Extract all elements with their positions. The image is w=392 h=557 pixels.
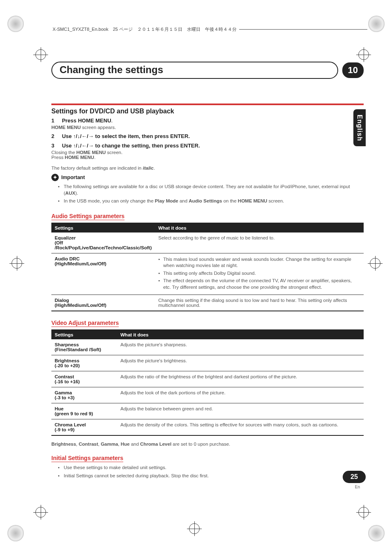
step-3-sub: Closing the HOME MENU screen. [51,150,364,155]
print-mark-cross [12,258,22,269]
initial-settings-list: Use these settings to make detailed unit… [51,465,364,479]
list-item: The following settings are available for… [60,184,364,196]
list-item: Use these settings to make detailed unit… [60,465,364,471]
table-row: Hue(green 9 to red 9) Adjusts the balanc… [51,403,364,419]
header-filename: X-SMC1_SYXZT8_En.book 25 ページ ２０１１年６月１５日 … [50,26,239,32]
list-item: In the USB mode, you can only change the… [60,198,364,205]
video-footnote: Brightness, Contrast, Gamma, Hue and Chr… [51,442,364,447]
page-number: 25 [350,474,358,480]
video-adjust-table: Settings What it does Sharpness(Fine/Sta… [51,329,364,436]
chapter-number: 10 [342,62,364,78]
page-number-badge: 25 [343,471,366,483]
audio-settings-table: Settings What it does Equalizer (Off /Ro… [51,223,364,312]
section-title: Settings for DVD/CD and USB playback [51,107,364,115]
factory-default-note: The factory default settings are indicat… [51,166,364,170]
section-divider [51,104,364,105]
table-desc: Adjusts the balance between green and re… [117,403,364,419]
table-header-settings: Settings [51,330,117,339]
important-label: Important [61,175,85,180]
table-row: Dialog (High/Medium/Low/Off) Change this… [51,295,364,311]
print-mark-corner [368,16,385,32]
table-row: Contrast(-16 to +16) Adjusts the ratio o… [51,371,364,387]
table-row: Gamma(-3 to +3) Adjusts the look of the … [51,387,364,403]
table-desc: Adjusts the look of the dark portions of… [117,387,364,403]
table-desc: Adjusts the density of the colors. This … [117,419,364,436]
print-mark-cross [189,523,200,534]
table-header-settings: Settings [51,223,155,232]
table-header-desc: What it does [155,223,364,232]
table-row: Equalizer (Off /Rock/Pop/Live/Dance/Tech… [51,232,364,253]
page-language-code: En [355,485,360,489]
table-row: Sharpness(Fine/Standard /Soft) Adjusts t… [51,339,364,355]
print-mark-corner [7,525,24,541]
print-mark-cross [358,49,369,60]
table-header-desc: What it does [117,330,364,339]
table-row: Audio DRC (High/Medium/Low/Off) This mak… [51,253,364,295]
video-adjust-heading: Video Adjust parameters [51,320,119,327]
print-mark-cross [35,507,46,518]
table-desc: Adjusts the picture's brightness. [117,355,364,371]
table-desc: Adjusts the ratio of the brightness of t… [117,371,364,387]
important-icon: ✦ [51,174,59,181]
step-number: 3 [51,143,60,149]
important-heading: ✦ Important [51,174,364,181]
step-3-sub2: Press HOME MENU. [51,155,364,160]
audio-settings-heading: Audio Settings parameters [51,213,125,220]
step-3: 3 Use ↑/↓/←/→ to change the setting, the… [51,143,364,149]
print-mark-cross [358,507,369,518]
arrow-keys-icon: ↑/↓/←/→ [73,143,94,149]
table-desc-list: This makes loud sounds weaker and weak s… [158,256,360,291]
important-list: The following settings are available for… [51,184,364,205]
table-desc: Select according to the genre of music t… [155,232,364,253]
step-number: 1 [51,117,60,124]
list-item: This setting only affects Dolby Digital … [158,270,360,277]
list-item: This makes loud sounds weaker and weak s… [158,256,360,269]
chapter-header: Changing the settings 10 [51,62,364,79]
arrow-keys-icon: ↑/↓/←/→ [73,133,94,139]
table-desc: Change this setting if the dialog sound … [155,295,364,311]
initial-settings-heading: Initial Settings parameters [51,455,123,462]
print-mark-corner [368,525,385,541]
table-row: Chroma Level(-9 to +9) Adjusts the densi… [51,419,364,436]
list-item: Initial Settings cannot be selected duri… [60,473,364,479]
header-filename-line: X-SMC1_SYXZT8_En.book 25 ページ ２０１１年６月１５日 … [50,29,367,32]
table-row: Brightness(-20 to +20) Adjusts the pictu… [51,355,364,371]
step-1: 1 Press HOME MENU. [51,117,364,124]
step-2: 2 Use ↑/↓/←/→ to select the item, then p… [51,133,364,139]
list-item: The effect depends on the volume of the … [158,278,360,290]
print-mark-cross [35,49,46,60]
step-1-sub: HOME MENU screen appears. [51,125,364,130]
step-number: 2 [51,133,60,139]
print-mark-cross [370,258,380,269]
print-mark-corner [7,16,24,32]
chapter-title: Changing the settings [51,62,338,79]
table-desc: Adjusts the picture's sharpness. [117,339,364,355]
step-text-bold: Press HOME MENU [62,117,111,124]
